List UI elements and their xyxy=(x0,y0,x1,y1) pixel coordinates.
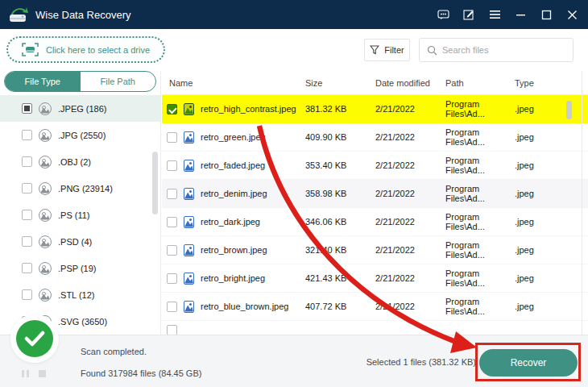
filetype-checkbox[interactable] xyxy=(22,103,32,114)
row-checkbox[interactable] xyxy=(167,132,177,143)
filetype-checkbox[interactable] xyxy=(22,156,32,167)
file-date-modified: 2/21/2022 xyxy=(375,160,445,170)
app-title: Wise Data Recovery xyxy=(35,9,130,21)
filetype-checkbox[interactable] xyxy=(22,183,32,194)
row-checkbox[interactable] xyxy=(167,245,177,256)
row-checkbox[interactable] xyxy=(167,160,177,171)
app-logo-icon xyxy=(8,5,29,24)
scan-status-ring xyxy=(10,314,59,363)
row-checkbox[interactable] xyxy=(167,273,177,284)
filetype-list-item[interactable]: .JPG (2550) xyxy=(0,122,160,148)
column-header-date-modified[interactable]: Date modified xyxy=(375,78,445,88)
maximize-icon[interactable] xyxy=(533,2,559,27)
table-row[interactable]: retro_bright.jpeg 421.43 KB 2/21/2022 Pr… xyxy=(162,264,588,293)
table-body: retro_high_contrast.jpeg 381.32 KB 2/21/… xyxy=(162,95,588,321)
column-header-size[interactable]: Size xyxy=(305,78,375,88)
file-size: 321.40 KB xyxy=(305,245,375,255)
file-path: Program Files\Ad... xyxy=(445,212,515,231)
table-row[interactable]: retro_high_contrast.jpeg 381.32 KB 2/21/… xyxy=(162,95,588,123)
tab-file-type[interactable]: File Type xyxy=(5,72,81,91)
drive-scan-icon xyxy=(22,43,39,56)
select-drive-button[interactable]: Click here to select a drive xyxy=(6,36,165,63)
table-row[interactable]: retro_denim.jpeg 358.98 KB 2/21/2022 Pro… xyxy=(162,180,588,208)
toolbar: Click here to select a drive Filter xyxy=(0,29,588,71)
image-file-icon xyxy=(184,301,194,313)
image-file-icon xyxy=(184,273,194,285)
filetype-list: .JPEG (186) .JPG (2550) .OBJ (2) xyxy=(0,95,160,335)
select-drive-label: Click here to select a drive xyxy=(46,45,150,55)
file-type: .jpeg xyxy=(515,132,562,142)
row-checkbox[interactable] xyxy=(167,217,177,227)
file-size: 346.06 KB xyxy=(305,217,375,227)
filetype-checkbox[interactable] xyxy=(22,263,32,273)
file-date-modified: 2/21/2022 xyxy=(375,273,445,283)
table-scrollbar[interactable] xyxy=(566,101,572,119)
file-name: retro_blue_brown.jpeg xyxy=(201,302,288,311)
filetype-list-item[interactable]: .PSP (19) xyxy=(0,255,160,281)
file-type: .jpeg xyxy=(515,160,562,170)
tab-file-path[interactable]: File Path xyxy=(81,72,156,91)
file-type: .jpeg xyxy=(515,217,562,227)
table-row[interactable]: retro_blue_brown.jpeg 407.72 KB 2/21/202… xyxy=(162,293,588,321)
filter-button[interactable]: Filter xyxy=(364,39,410,61)
filetype-list-item[interactable]: .PNG (23914) xyxy=(0,175,160,202)
minimize-icon[interactable] xyxy=(507,2,533,27)
image-file-icon xyxy=(184,103,194,115)
sidebar-tabs: File Type File Path xyxy=(4,71,156,92)
row-checkbox[interactable] xyxy=(167,104,177,114)
table-row-partial[interactable] xyxy=(162,321,588,335)
stop-icon[interactable] xyxy=(39,370,46,377)
file-path: Program Files\Ad... xyxy=(445,240,515,260)
filetype-list-item[interactable]: .OBJ (2) xyxy=(0,148,160,175)
sidebar-scrollbar[interactable] xyxy=(152,152,158,214)
filetype-label: .PS (11) xyxy=(58,210,90,220)
file-path: Program Files\Ad... xyxy=(445,268,515,288)
table-row[interactable]: retro_green.jpeg 409.90 KB 2/21/2022 Pro… xyxy=(162,123,588,152)
column-header-name[interactable]: Name xyxy=(162,78,305,88)
feedback-icon[interactable] xyxy=(430,2,456,27)
filetype-label: .JPG (2550) xyxy=(58,131,106,140)
file-date-modified: 2/21/2022 xyxy=(375,132,445,142)
file-path: Program Files\Ad... xyxy=(445,99,515,119)
filetype-label: .PNG (23914) xyxy=(58,184,113,194)
filetype-list-item[interactable]: .STL (12) xyxy=(0,281,160,308)
row-checkbox[interactable] xyxy=(167,189,177,199)
table-row[interactable]: retro_faded.jpeg 353.40 KB 2/21/2022 Pro… xyxy=(162,152,588,180)
close-icon[interactable] xyxy=(559,2,585,27)
file-path: Program Files\Ad... xyxy=(445,127,515,147)
filetype-checkbox[interactable] xyxy=(22,289,32,300)
filetype-checkbox[interactable] xyxy=(22,236,32,247)
filetype-label: .SVG (3650) xyxy=(58,317,107,327)
file-name-cell: retro_brown.jpeg xyxy=(162,244,305,256)
image-file-icon xyxy=(184,188,194,200)
file-name-cell: retro_denim.jpeg xyxy=(162,188,305,200)
scan-status-text: Scan completed. xyxy=(81,347,147,356)
sidebar: File Type File Path .JPEG (186) .JPG (25… xyxy=(0,71,161,335)
filetype-label: .STL (12) xyxy=(58,290,94,300)
file-name: retro_faded.jpeg xyxy=(201,160,265,170)
column-header-type[interactable]: Type xyxy=(515,78,562,88)
table-row[interactable]: retro_brown.jpeg 321.40 KB 2/21/2022 Pro… xyxy=(162,236,588,264)
filetype-checkbox[interactable] xyxy=(22,130,32,140)
menu-icon[interactable] xyxy=(482,2,507,27)
table-row[interactable]: retro_dark.jpeg 346.06 KB 2/21/2022 Prog… xyxy=(162,208,588,236)
edit-icon[interactable] xyxy=(456,2,482,27)
filetype-list-item[interactable]: .JPEG (186) xyxy=(0,95,160,122)
filetype-checkbox[interactable] xyxy=(22,210,32,220)
row-checkbox[interactable] xyxy=(167,325,177,335)
file-date-modified: 2/21/2022 xyxy=(375,302,445,311)
scan-controls xyxy=(22,370,46,377)
file-path: Program Files\Ad... xyxy=(445,156,515,175)
recover-button[interactable]: Recover xyxy=(479,349,578,377)
file-date-modified: 2/21/2022 xyxy=(375,245,445,255)
file-type: .jpeg xyxy=(515,245,562,255)
pause-icon[interactable] xyxy=(22,370,29,377)
row-checkbox[interactable] xyxy=(167,302,177,312)
filetype-list-item[interactable]: .PSD (4) xyxy=(0,228,160,255)
image-file-icon xyxy=(39,129,52,142)
search-input[interactable] xyxy=(442,45,563,55)
selected-files-info: Selected 1 files (381.32 KB) xyxy=(366,357,476,367)
filetype-list-item[interactable]: .PS (11) xyxy=(0,202,160,228)
filetype-label: .PSP (19) xyxy=(58,264,97,273)
column-header-path[interactable]: Path xyxy=(445,78,515,88)
